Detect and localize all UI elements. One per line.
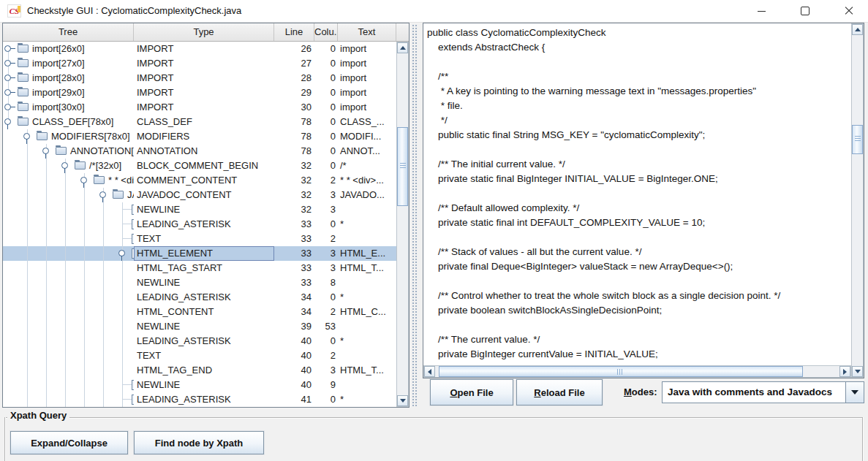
table-row[interactable]: LEADING_ASTERISK400* [3,334,396,348]
column-header-colu[interactable]: Colu... [314,23,338,41]
line-cell[interactable]: 33 [274,217,314,232]
table-row[interactable]: TEXT402 [3,348,396,363]
type-cell[interactable]: BLOCK_COMMENT_BEGIN [134,159,274,173]
scroll-up-button[interactable] [397,42,408,53]
line-cell[interactable]: 33 [274,232,314,246]
tree-cell[interactable] [3,392,134,407]
line-cell[interactable]: 32 [274,159,314,173]
text-cell[interactable]: * * <div>... [338,173,396,188]
colc-cell[interactable]: 0 [314,392,338,407]
column-header-line[interactable]: Line [274,23,314,41]
combobox-dropdown-button[interactable] [845,382,864,403]
type-cell[interactable]: TEXT [134,232,274,246]
find-node-by-xpath-button[interactable]: Find node by Xpath [134,431,264,454]
colc-cell[interactable]: 0 [314,42,338,56]
table-row[interactable]: MODIFIERS[78x0]MODIFIERS780MODIFI... [3,129,396,144]
line-cell[interactable]: 33 [274,275,314,290]
type-cell[interactable]: NEWLINE [134,202,274,217]
line-cell[interactable]: 27 [274,56,314,71]
line-cell[interactable]: 26 [274,42,314,56]
line-cell[interactable]: 41 [274,392,314,407]
text-cell[interactable]: MODIFI... [338,129,396,144]
type-cell[interactable]: LEADING_ASTERISK [134,334,274,348]
tree-cell[interactable]: JAVADOC_CONTENT[32x3] [3,188,134,202]
tree-cell[interactable]: * * <div>... [3,173,134,188]
line-cell[interactable]: 78 [274,144,314,159]
column-header-tree[interactable]: Tree [3,23,134,41]
tree-cell[interactable] [3,305,134,319]
colc-cell[interactable]: 0 [314,144,338,159]
split-divider[interactable] [410,23,422,408]
colc-cell[interactable]: 8 [314,275,338,290]
text-cell[interactable]: * [338,290,396,305]
line-cell[interactable]: 34 [274,305,314,319]
table-row[interactable]: NEWLINE3953 [3,319,396,334]
type-cell[interactable]: IMPORT [134,85,274,100]
tree-cell[interactable] [3,275,134,290]
open-file-button[interactable]: Open File [430,379,513,405]
text-cell[interactable]: HTML_C... [338,305,396,319]
tree-table-body[interactable]: import[26x0]IMPORT260importimport[27x0]I… [3,42,396,407]
type-cell[interactable]: TEXT [134,348,274,363]
table-row[interactable]: * * <div>...COMMENT_CONTENT322* * <div>.… [3,173,396,188]
collapse-handle-icon[interactable] [99,191,106,198]
type-cell[interactable]: IMPORT [134,71,274,85]
line-cell[interactable]: 39 [274,319,314,334]
line-cell[interactable]: 33 [274,261,314,275]
line-cell[interactable]: 32 [274,173,314,188]
colc-cell[interactable]: 0 [314,100,338,115]
tree-cell[interactable] [3,363,134,378]
text-cell[interactable]: import [338,100,396,115]
expand-handle-icon[interactable] [4,75,11,81]
type-cell[interactable]: NEWLINE [134,319,274,334]
line-cell[interactable]: 78 [274,115,314,129]
table-row[interactable]: LEADING_ASTERISK340* [3,290,396,305]
table-row[interactable]: CLASS_DEF[78x0]CLASS_DEF780CLASS_... [3,115,396,129]
expand-handle-icon[interactable] [4,89,11,96]
table-row[interactable]: LEADING_ASTERISK410* [3,392,396,407]
text-cell[interactable] [338,378,396,392]
tree-cell[interactable]: /*[32x0] [3,159,134,173]
table-row[interactable]: HTML_TAG_START333HTML_T... [3,261,396,275]
scroll-up-button[interactable] [852,24,863,35]
colc-cell[interactable]: 0 [314,217,338,232]
close-button[interactable] [832,0,866,22]
table-row[interactable]: import[30x0]IMPORT300import [3,100,396,115]
colc-cell[interactable]: 53 [314,319,338,334]
table-row[interactable]: ANNOTATION[78x0]ANNOTATION780ANNOT... [3,144,396,159]
text-cell[interactable]: * [338,392,396,407]
expand-handle-icon[interactable] [4,104,11,110]
tree-cell[interactable] [3,348,134,363]
tree-cell[interactable]: CLASS_DEF[78x0] [3,115,134,129]
type-cell[interactable]: LEADING_ASTERISK [134,217,274,232]
type-cell[interactable]: ANNOTATION [134,144,274,159]
colc-cell[interactable]: 0 [314,85,338,100]
maximize-button[interactable] [788,0,822,22]
type-cell[interactable]: IMPORT [134,42,274,56]
collapse-handle-icon[interactable] [61,162,68,169]
line-cell[interactable]: 32 [274,188,314,202]
type-cell[interactable]: NEWLINE [134,378,274,392]
colc-cell[interactable]: 3 [314,246,338,261]
type-cell[interactable]: IMPORT [134,100,274,115]
minimize-button[interactable] [744,0,778,22]
text-cell[interactable] [338,202,396,217]
line-cell[interactable]: 40 [274,348,314,363]
text-cell[interactable]: /* [338,159,396,173]
tree-cell[interactable] [3,232,134,246]
colc-cell[interactable]: 0 [314,159,338,173]
tree-cell[interactable]: MODIFIERS[78x0] [3,129,134,144]
scroll-left-button[interactable] [424,366,435,377]
text-cell[interactable]: HTML_E... [338,246,396,261]
collapse-handle-icon[interactable] [4,118,11,125]
line-cell[interactable]: 40 [274,334,314,348]
colc-cell[interactable]: 2 [314,173,338,188]
text-cell[interactable]: HTML_T... [338,261,396,275]
text-cell[interactable]: JAVADO... [338,188,396,202]
text-cell[interactable]: ANNOT... [338,144,396,159]
table-row[interactable]: NEWLINE323 [3,202,396,217]
table-row[interactable]: NEWLINE338 [3,275,396,290]
colc-cell[interactable]: 3 [314,202,338,217]
tree-cell[interactable] [3,246,134,261]
line-cell[interactable]: 33 [274,246,314,261]
